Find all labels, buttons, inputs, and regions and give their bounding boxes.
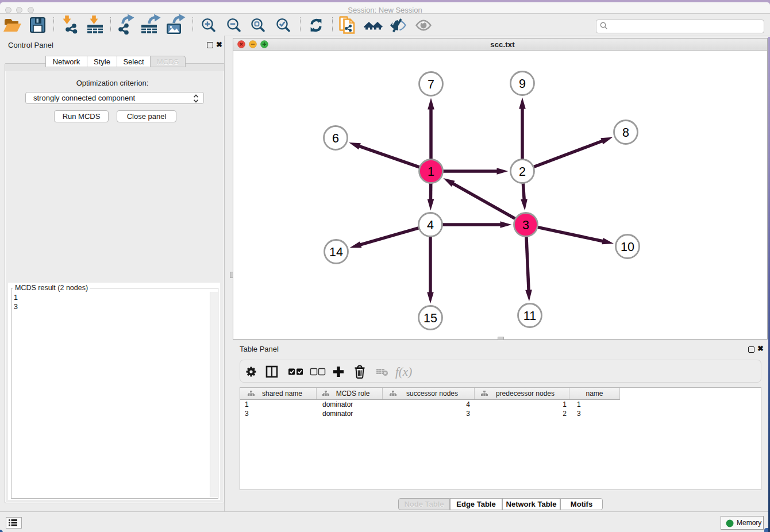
svg-text:11: 11: [523, 309, 536, 323]
svg-text:f(x): f(x): [395, 365, 412, 379]
svg-text:1: 1: [428, 165, 434, 179]
svg-text:15: 15: [424, 311, 437, 325]
svg-text:10: 10: [621, 240, 634, 254]
svg-text:3: 3: [522, 218, 529, 232]
svg-text:8: 8: [622, 126, 629, 140]
svg-text:2: 2: [519, 165, 526, 179]
svg-text:9: 9: [519, 77, 526, 91]
svg-text:14: 14: [329, 245, 343, 259]
svg-text:7: 7: [428, 78, 434, 91]
svg-text:6: 6: [332, 132, 339, 145]
svg-text:4: 4: [427, 218, 434, 232]
